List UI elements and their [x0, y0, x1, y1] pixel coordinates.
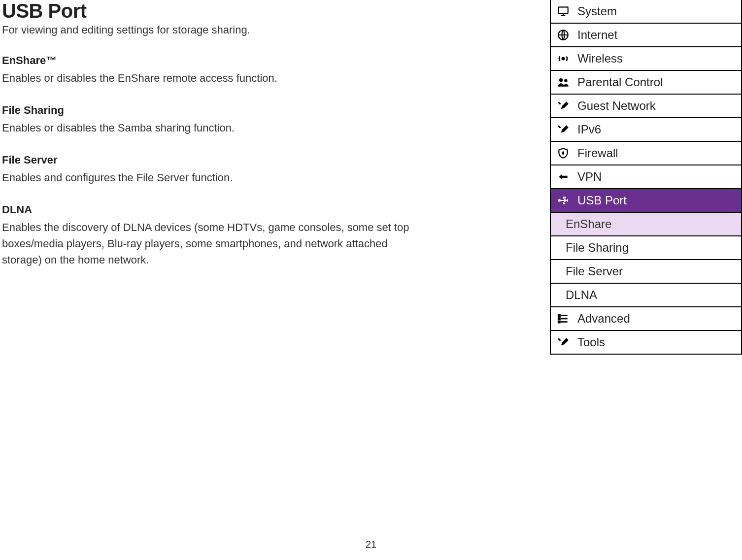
monitor-icon: [556, 4, 571, 19]
page-subtitle: For viewing and editing settings for sto…: [2, 24, 429, 36]
nav-label: System: [577, 4, 617, 18]
globe-icon: [556, 28, 571, 42]
nav-item-vpn[interactable]: VPN: [551, 165, 742, 189]
nav-sub-label: File Sharing: [566, 241, 629, 255]
nav-item-wireless[interactable]: Wireless: [551, 47, 742, 71]
nav-label: Firewall: [577, 146, 618, 160]
nav-sub-label: EnShare: [566, 217, 611, 231]
svg-rect-11: [558, 315, 560, 316]
section-body: Enables and configures the File Server f…: [2, 169, 429, 186]
doc-content: USB Port For viewing and editing setting…: [0, 0, 429, 286]
section-file-server: File Server Enables and configures the F…: [2, 154, 429, 186]
nav-item-advanced[interactable]: Advanced: [551, 307, 742, 331]
svg-rect-12: [558, 318, 560, 319]
nav-item-ipv6[interactable]: IPv6: [551, 118, 742, 142]
svg-point-6: [564, 79, 568, 83]
nav-sub-enshare[interactable]: EnShare: [551, 213, 742, 236]
svg-rect-0: [558, 7, 568, 13]
section-title: File Server: [2, 154, 429, 166]
svg-point-5: [559, 78, 563, 82]
tools-icon: [556, 335, 571, 350]
nav-item-system[interactable]: System: [551, 0, 742, 24]
nav-sidebar: System Internet Wireless Parental Contro…: [550, 0, 742, 355]
nav-label: Advanced: [577, 312, 630, 326]
nav-label: Guest Network: [577, 99, 656, 113]
section-file-sharing: File Sharing Enables or disables the Sam…: [2, 104, 429, 136]
nav-item-internet[interactable]: Internet: [551, 24, 742, 47]
nav-item-tools[interactable]: Tools: [551, 331, 742, 355]
nav-sub-file-sharing[interactable]: File Sharing: [551, 236, 742, 260]
section-dlna: DLNA Enables the discovery of DLNA devic…: [2, 203, 429, 268]
nav-sub-label: DLNA: [566, 288, 597, 302]
nav-item-firewall[interactable]: Firewall: [551, 142, 742, 165]
list-icon: [556, 311, 571, 326]
nav-item-parental-control[interactable]: Parental Control: [551, 71, 742, 95]
section-body: Enables the discovery of DLNA devices (s…: [2, 219, 429, 268]
nav-sub-dlna[interactable]: DLNA: [551, 284, 742, 307]
nav-label: IPv6: [577, 123, 601, 136]
nav-sub-label: File Server: [566, 264, 623, 278]
nav-label: USB Port: [577, 194, 627, 207]
section-body: Enables or disables the EnShare remote a…: [2, 70, 429, 86]
firewall-icon: [556, 146, 571, 161]
page-title: USB Port: [2, 0, 429, 22]
page-number: 21: [366, 539, 376, 550]
nav-label: Wireless: [577, 52, 623, 66]
section-title: DLNA: [2, 203, 429, 216]
tools-icon: [556, 122, 571, 137]
nav-label: Internet: [577, 28, 617, 42]
section-title: EnShare™: [2, 54, 429, 67]
nav-label: VPN: [577, 170, 602, 184]
section-body: Enables or disables the Samba sharing fu…: [2, 120, 429, 136]
nav-item-usb-port[interactable]: USB Port: [551, 189, 742, 213]
nav-item-guest-network[interactable]: Guest Network: [551, 95, 742, 118]
svg-rect-13: [558, 321, 560, 323]
section-title: File Sharing: [2, 104, 429, 117]
nav-sub-file-server[interactable]: File Server: [551, 260, 742, 284]
tools-icon: [556, 99, 571, 113]
nav-label: Tools: [577, 335, 605, 349]
section-enshare: EnShare™ Enables or disables the EnShare…: [2, 54, 429, 86]
nav-label: Parental Control: [577, 75, 663, 89]
wireless-icon: [556, 51, 571, 66]
vpn-icon: [556, 169, 571, 184]
svg-point-4: [562, 58, 564, 60]
users-icon: [556, 75, 571, 90]
usb-icon: [556, 193, 571, 208]
